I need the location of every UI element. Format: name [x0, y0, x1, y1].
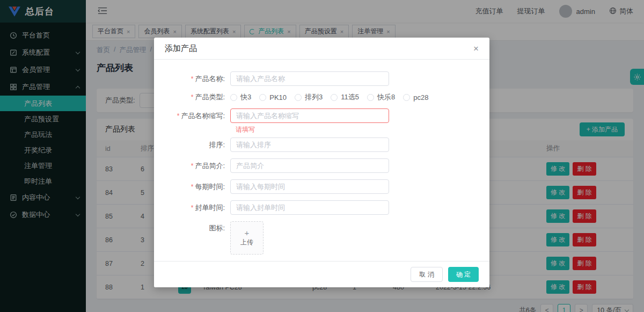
form-row-product-name: *产品名称: [154, 71, 489, 86]
product-abbr-label: *产品名称缩写: [154, 111, 230, 121]
required-asterisk: * [191, 93, 194, 101]
radio-icon [403, 94, 410, 101]
radio-pc28[interactable]: pc28 [403, 93, 428, 101]
radio-icon [230, 94, 237, 101]
product-abbr-input[interactable] [230, 108, 389, 123]
required-asterisk: * [191, 204, 194, 212]
form-row-intro: *产品简介: [154, 158, 489, 173]
dialog-footer: 取 消 确 定 [154, 261, 489, 287]
abbr-error-message: 请填写 [236, 125, 489, 134]
sort-input[interactable] [230, 137, 389, 152]
close-icon[interactable]: × [473, 44, 479, 53]
product-type-radio-group: 快3 PK10 排列3 11选5 快乐8 pc28 [230, 92, 436, 102]
seal-time-label: *封单时间: [154, 203, 230, 213]
form-row-icon-upload: 图标: + 上传 [154, 221, 489, 255]
radio-pailie3[interactable]: 排列3 [295, 92, 323, 102]
seal-time-input[interactable] [230, 200, 389, 215]
form-row-product-abbr: *产品名称缩写: [154, 108, 489, 123]
confirm-button[interactable]: 确 定 [448, 267, 479, 282]
radio-11xuan5[interactable]: 11选5 [331, 92, 359, 102]
intro-label: *产品简介: [154, 161, 230, 171]
icon-upload-button[interactable]: + 上传 [230, 221, 264, 255]
upload-text: 上传 [240, 238, 253, 247]
radio-icon [367, 94, 374, 101]
required-asterisk: * [177, 112, 180, 120]
form-row-sort: 排序: [154, 137, 489, 152]
dialog-body: *产品名称: *产品类型: 快3 PK10 排列3 11选5 快乐8 pc28 … [154, 60, 489, 255]
add-product-dialog: 添加产品 × *产品名称: *产品类型: 快3 PK10 排列3 11选5 快乐… [154, 38, 489, 287]
product-type-label: *产品类型: [154, 92, 230, 102]
period-time-label: *每期时间: [154, 182, 230, 192]
radio-icon [295, 94, 302, 101]
plus-icon: + [245, 229, 250, 237]
required-asterisk: * [191, 162, 194, 170]
radio-kuaile8[interactable]: 快乐8 [367, 92, 395, 102]
radio-icon [331, 94, 338, 101]
cancel-button[interactable]: 取 消 [411, 267, 442, 282]
form-row-seal-time: *封单时间: [154, 200, 489, 215]
app-root: 总后台 平台首页 系统配置 会员管理 产品管理 [0, 0, 644, 312]
intro-input[interactable] [230, 158, 389, 173]
form-row-product-type: *产品类型: 快3 PK10 排列3 11选5 快乐8 pc28 [154, 92, 489, 102]
radio-kuai3[interactable]: 快3 [230, 92, 251, 102]
icon-label: 图标: [154, 221, 230, 235]
required-asterisk: * [191, 75, 194, 83]
radio-icon [259, 94, 266, 101]
required-asterisk: * [191, 183, 194, 191]
radio-pk10[interactable]: PK10 [259, 93, 287, 101]
sort-label: 排序: [154, 140, 230, 150]
product-name-label: *产品名称: [154, 74, 230, 84]
dialog-title: 添加产品 [165, 43, 197, 54]
product-name-input[interactable] [230, 71, 389, 86]
dialog-header: 添加产品 × [154, 38, 489, 60]
form-row-period-time: *每期时间: [154, 179, 489, 194]
period-time-input[interactable] [230, 179, 389, 194]
